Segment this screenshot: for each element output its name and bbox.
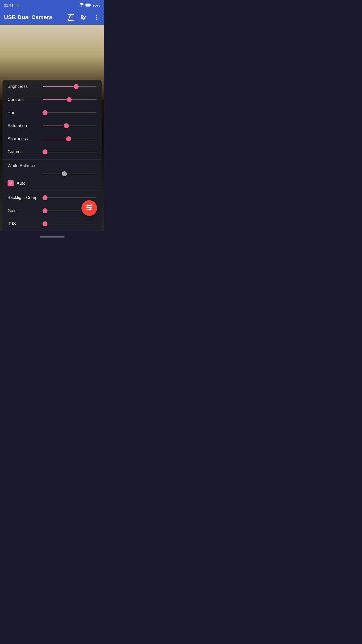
white-balance-slider[interactable] (43, 170, 97, 178)
hue-slider[interactable] (43, 109, 97, 117)
app-title: USB Dual Camera (4, 14, 52, 21)
more-options-icon[interactable]: ⋮ (92, 13, 100, 21)
divider-2 (3, 190, 102, 190)
checkmark-icon: ✓ (9, 181, 12, 186)
saturation-row: Saturation (3, 119, 102, 132)
wifi-icon (79, 3, 84, 7)
settings-icon[interactable] (79, 13, 87, 21)
brightness-slider[interactable] (43, 83, 97, 91)
fab-button[interactable] (81, 200, 97, 216)
contrast-slider[interactable] (43, 96, 97, 104)
top-app-bar: USB Dual Camera ⋮ (0, 10, 104, 25)
sharpness-row: Sharpness (3, 132, 102, 145)
svg-line-5 (68, 15, 71, 20)
brightness-label: Brightness (8, 84, 43, 89)
hue-label: Hue (8, 110, 43, 115)
dialog-buttons: CLOSE RESET (3, 230, 102, 231)
divider-1 (3, 159, 102, 160)
hue-row: Hue (3, 106, 102, 119)
svg-point-13 (90, 205, 92, 206)
status-left: 21:41 📹 (4, 3, 19, 7)
white-balance-slider-row (3, 169, 102, 179)
contrast-row: Contrast (3, 93, 102, 106)
gamma-label: Gamma (8, 149, 43, 154)
iris-label: IRIS (8, 221, 43, 226)
time-display: 21:41 (4, 3, 14, 7)
bottom-nav-bar (0, 231, 104, 243)
auto-row: ✓ Auto (3, 179, 102, 189)
gain-label: Gain (8, 208, 43, 213)
fab-menu-icon (86, 205, 93, 212)
saturation-slider[interactable] (43, 122, 97, 130)
white-balance-section-label: White Balance (3, 161, 102, 169)
status-right: 95% (79, 3, 100, 7)
sharpness-label: Sharpness (8, 136, 43, 141)
svg-rect-12 (86, 209, 92, 210)
gamma-row: Gamma (3, 145, 102, 158)
battery-percent: 95% (93, 3, 100, 7)
iris-row: IRIS (3, 217, 102, 230)
svg-rect-2 (90, 4, 91, 6)
sharpness-slider[interactable] (43, 135, 97, 143)
svg-point-15 (89, 209, 91, 210)
saturation-label: Saturation (8, 123, 43, 128)
auto-checkbox[interactable]: ✓ (8, 180, 14, 186)
exposure-icon[interactable] (67, 13, 75, 21)
video-recording-icon: 📹 (15, 3, 19, 7)
home-indicator (39, 236, 65, 237)
iris-slider[interactable] (43, 220, 97, 228)
gamma-slider[interactable] (43, 148, 97, 156)
contrast-label: Contrast (8, 97, 43, 102)
svg-rect-3 (86, 4, 89, 6)
top-bar-actions: ⋮ (67, 13, 100, 21)
status-bar: 21:41 📹 95% (0, 0, 104, 10)
auto-label: Auto (17, 181, 25, 186)
svg-point-14 (87, 207, 88, 208)
battery-icon (85, 3, 91, 7)
brightness-row: Brightness (3, 80, 102, 93)
svg-point-0 (81, 6, 82, 7)
camera-preview: Brightness Contrast Hue (0, 25, 104, 231)
backlight-comp-label: Backlight Comp (8, 195, 43, 200)
